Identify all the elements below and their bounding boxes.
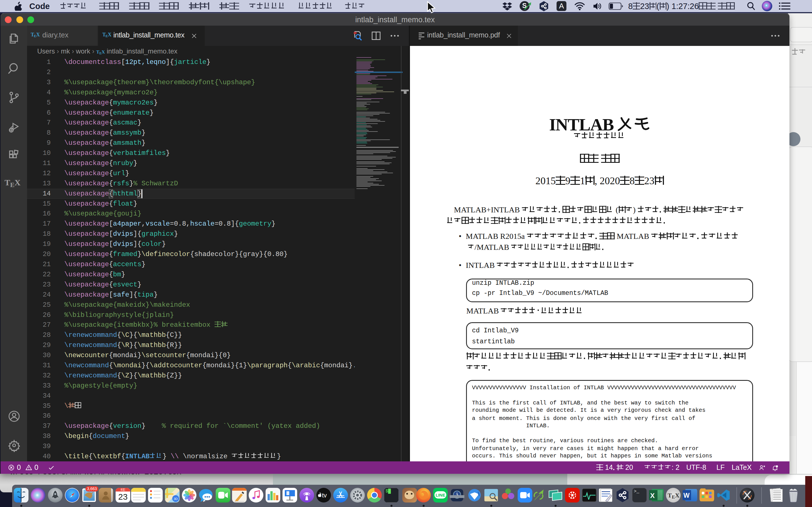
svg-text:3D: 3D <box>174 497 177 501</box>
